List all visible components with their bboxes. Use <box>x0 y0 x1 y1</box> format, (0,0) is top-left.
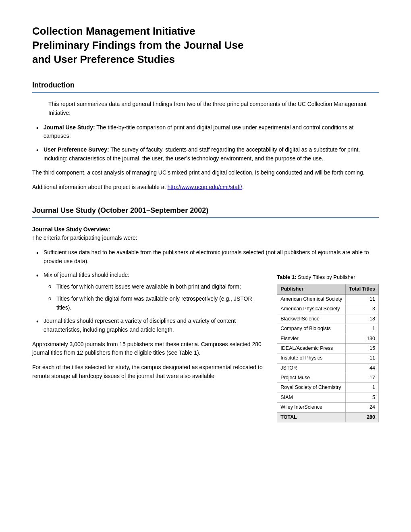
publisher-cell: IDEAL/Academic Press <box>277 343 346 353</box>
table-row: IDEAL/Academic Press15 <box>277 343 379 353</box>
overview-text: The criteria for participating journals … <box>32 235 137 241</box>
journal-study-heading: Journal Use Study (October 2001–Septembe… <box>32 206 379 218</box>
intro-paragraph3-pre: Additional information about the project… <box>32 184 167 190</box>
publisher-cell: SIAM <box>277 393 346 402</box>
table-row: Wiley InterScience24 <box>277 403 379 412</box>
journal-bullet-2: Mix of journal titles should include: Ta… <box>32 271 379 312</box>
intro-paragraph3: Additional information about the project… <box>32 183 379 192</box>
publisher-cell: Wiley InterScience <box>277 403 346 412</box>
intro-paragraph3-post: . <box>242 184 244 190</box>
intro-paragraph1: This report summarizes data and general … <box>48 100 379 117</box>
intro-bullet-1: Journal Use Study: The title-by-title co… <box>32 123 379 141</box>
table-caption-text: Study Titles by Publisher <box>297 274 355 280</box>
journal-bullet-3: Journal titles should represent a variet… <box>32 317 379 334</box>
journal-bullet-list: Sufficient use data had to be available … <box>32 248 379 335</box>
total-titles-cell: 17 <box>346 373 379 383</box>
total-titles-cell: 11 <box>346 353 379 363</box>
bullet1-label: Journal Use Study: <box>44 124 95 131</box>
introduction-heading: Introduction <box>32 81 379 93</box>
introduction-section: Introduction This report summarizes data… <box>32 81 379 192</box>
total-titles-cell: 44 <box>346 363 379 373</box>
total-titles-cell: 130 <box>346 334 379 343</box>
total-titles-cell: 24 <box>346 403 379 412</box>
publisher-cell: JSTOR <box>277 363 346 373</box>
overview-label: Journal Use Study Overview: <box>32 226 110 233</box>
journal-sub-bullets: Titles for which current issues were ava… <box>44 283 379 312</box>
sub-bullet-2-text: Titles for which the digital form was av… <box>56 295 252 311</box>
main-title: Collection Management Initiative Prelimi… <box>32 24 379 66</box>
intro-bullet-2: User Preference Survey: The survey of fa… <box>32 145 379 163</box>
title-line1: Collection Management Initiative <box>32 25 195 37</box>
intro-bullet-list: Journal Use Study: The title-by-title co… <box>32 123 379 163</box>
journal-content-area: Sufficient use data had to be available … <box>32 248 379 426</box>
table-caption: Table 1: Study Titles by Publisher <box>277 273 379 281</box>
table-total-row: TOTAL280 <box>277 412 379 422</box>
table-row: Institute of Physics11 <box>277 353 379 363</box>
table-body: American Chemical Society11American Phys… <box>277 295 379 422</box>
journal-bullet-1: Sufficient use data had to be available … <box>32 248 379 266</box>
table-row: JSTOR44 <box>277 363 379 373</box>
publisher-cell: Royal Society of Chemistry <box>277 383 346 393</box>
title-line3: and User Preference Studies <box>32 53 175 65</box>
total-label: TOTAL <box>277 412 346 422</box>
journal-bullet1-text: Sufficient use data had to be available … <box>44 249 369 264</box>
publisher-cell: Institute of Physics <box>277 353 346 363</box>
journal-study-section: Journal Use Study (October 2001–Septembe… <box>32 206 379 426</box>
title-line2: Preliminary Findings from the Journal Us… <box>32 39 243 51</box>
table-row: SIAM5 <box>277 393 379 402</box>
total-titles-cell: 15 <box>346 343 379 353</box>
sub-bullet-1: Titles for which current issues were ava… <box>44 283 379 291</box>
journal-overview: Journal Use Study Overview: The criteria… <box>32 225 379 243</box>
journal-bullet2-text: Mix of journal titles should include: <box>44 272 129 278</box>
total-value: 280 <box>346 412 379 422</box>
intro-link[interactable]: http://www.ucop.edu/cmi/staff/ <box>167 184 242 190</box>
table-row: Project Muse17 <box>277 373 379 383</box>
sub-bullet-2: Titles for which the digital form was av… <box>44 295 379 312</box>
bullet2-label: User Preference Survey: <box>44 146 109 153</box>
table-caption-label: Table 1: <box>277 274 296 280</box>
table-row: Elsevier130 <box>277 334 379 343</box>
publisher-cell: Project Muse <box>277 373 346 383</box>
journal-bullet3-text: Journal titles should represent a variet… <box>44 318 236 333</box>
total-titles-cell: 5 <box>346 393 379 402</box>
publisher-cell: Elsevier <box>277 334 346 343</box>
intro-paragraph2: The third component, a cost analysis of … <box>32 168 379 177</box>
table-row: Royal Society of Chemistry1 <box>277 383 379 393</box>
total-titles-cell: 1 <box>346 383 379 393</box>
